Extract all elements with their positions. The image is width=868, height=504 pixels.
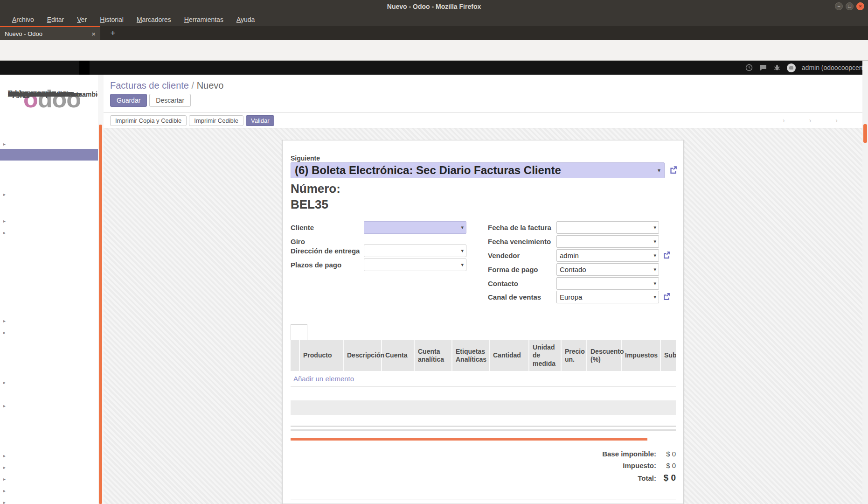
menubar-item[interactable]: Archivo (7, 16, 40, 23)
menubar-item[interactable]: Ayuda (231, 16, 260, 23)
fecha-factura-field[interactable]: ▾ (556, 221, 659, 234)
sidebar-item[interactable]: ▸Contabilidad analítica (0, 472, 98, 484)
menubar-item[interactable]: Herramientas (179, 16, 229, 23)
sidebar-item[interactable]: ▸Facturas de cliente (0, 149, 98, 161)
sidebar-item[interactable]: ▸Aceptar / Rechazar Doc… (0, 276, 98, 287)
odoo-nav-item[interactable] (7, 61, 18, 75)
vendedor-field[interactable]: admin ▾ (556, 249, 659, 262)
print-cedible-button[interactable]: Imprimir Cedible (189, 115, 243, 126)
sidebar-item[interactable]: ▸Subir XML de Envío (0, 238, 98, 249)
odoo-nav-item[interactable] (79, 61, 90, 75)
sidebar-item[interactable]: ▸Informes Financieros (0, 484, 98, 496)
sidebar-item[interactable]: ▸XML Recibidos (0, 287, 98, 299)
odoo-nav-item[interactable] (38, 61, 49, 75)
sequence-select[interactable]: (6) Boleta Electrónica: Sec Diario Factu… (291, 162, 665, 178)
sidebar-item[interactable]: ▸Acciones (0, 326, 98, 337)
sidebar-item[interactable]: ▸Pagos (0, 172, 98, 184)
caret-down-icon: ▾ (653, 266, 659, 273)
state-step[interactable] (777, 117, 803, 124)
messages-icon[interactable] (759, 64, 767, 71)
sidebar-item[interactable]: ▸Documentos (0, 214, 98, 226)
direccion-entrega-field[interactable]: ▾ (364, 245, 466, 257)
user-avatar[interactable] (787, 63, 796, 72)
caret-icon: ▸ (3, 473, 8, 485)
sidebar-scrollbar-thumb[interactable] (99, 125, 102, 504)
sidebar-item[interactable]: ▸Informes (0, 341, 98, 352)
sidebar-item[interactable]: ▸Configuración (0, 414, 98, 426)
notebook-tab[interactable] (323, 324, 339, 340)
close-tab-icon[interactable]: × (91, 30, 96, 38)
odoo-nav-item[interactable] (69, 61, 79, 75)
sidebar-item[interactable]: ▸Datos principales (0, 188, 98, 199)
menubar-item[interactable]: Editar (42, 16, 70, 23)
sidebar-item[interactable]: ▸Compras (0, 203, 98, 214)
canal-ventas-field[interactable]: Europa ▾ (556, 291, 659, 303)
notebook-tab[interactable] (339, 324, 355, 340)
menubar-item[interactable]: Marcadores (131, 16, 177, 23)
odoo-nav-item[interactable] (59, 61, 69, 75)
fecha-vencimiento-field[interactable]: ▾ (556, 235, 659, 248)
notebook-tab[interactable] (355, 324, 371, 340)
sidebar-item[interactable]: ▸Configuraciones DTE (0, 437, 98, 449)
sidebar-item[interactable]: ▸Asesor (0, 302, 98, 314)
sidebar-item[interactable]: ▸Libros Cierre de Mes (0, 364, 98, 376)
breadcrumb-parent-link[interactable]: Facturas de cliente (110, 80, 189, 91)
sidebar-item[interactable]: ▸Asientos contables (0, 314, 98, 326)
add-line-link[interactable]: Añadir un elemento (291, 371, 354, 387)
odoo-nav-item[interactable] (90, 61, 100, 75)
odoo-nav-item[interactable] (49, 61, 59, 75)
odoo-nav-item[interactable] (18, 61, 28, 75)
cliente-field[interactable]: ▾ (364, 221, 466, 234)
sidebar-item[interactable]: ▸Rectificativas de cliente (0, 161, 98, 172)
browser-tab[interactable]: Nuevo - Odoo × (0, 26, 100, 40)
state-step[interactable] (803, 117, 830, 124)
minimize-icon[interactable]: − (835, 2, 843, 10)
save-button[interactable]: Guardar (110, 94, 147, 107)
sidebar-item[interactable]: ▸Recepcionar XML Intercambio (0, 264, 98, 276)
debug-bug-icon[interactable] (773, 64, 781, 71)
new-tab-button[interactable]: + (106, 26, 119, 40)
sidebar-item[interactable]: ▸Informes PDF (0, 399, 98, 411)
sidebar-item[interactable]: ▸P (0, 496, 98, 504)
activity-clock-icon[interactable] (745, 64, 753, 71)
state-step[interactable] (829, 117, 856, 124)
total-label: Impuesto: (291, 462, 656, 469)
menubar-item[interactable]: Historial (94, 16, 129, 23)
notes-placeholder-bar[interactable] (291, 400, 676, 415)
discard-button[interactable]: Descartar (149, 94, 191, 107)
notebook-tab[interactable] (307, 324, 323, 340)
print-copy-cedible-button[interactable]: Imprimir Copia y Cedible (110, 115, 187, 126)
sidebar-item[interactable]: ▸Honorarios (0, 249, 98, 261)
sidebar-item[interactable]: ▸Administración (0, 461, 98, 472)
sidebar-item[interactable]: ▸Libro Honorarios (0, 387, 98, 399)
sidebar-item[interactable]: ▸Contabilidad (0, 449, 98, 461)
notebook-tab[interactable] (291, 324, 307, 340)
browser-toolbar: ← → ↻ ⌂ demos-11.globalresponse.cl/web?d… (0, 40, 868, 61)
close-window-icon[interactable]: × (856, 2, 864, 10)
sidebar-item[interactable]: ▸Administración (0, 376, 98, 387)
canal-ventas-external-link-icon[interactable] (662, 293, 671, 301)
plazos-pago-field[interactable]: ▾ (364, 259, 466, 271)
vendedor-external-link-icon[interactable] (662, 251, 671, 259)
odoo-nav-item[interactable] (100, 61, 110, 75)
table-header-cell: Descripción (344, 340, 382, 371)
validate-button[interactable]: Validar (246, 115, 275, 126)
sequence-external-link-icon[interactable] (669, 166, 677, 174)
sidebar-item[interactable]: ▸Datos principales (0, 226, 98, 238)
sidebar-item[interactable]: ▸Consumo de Folios (0, 352, 98, 364)
sidebar-item[interactable]: ▸Ventas (0, 128, 98, 137)
odoo-nav-item[interactable] (110, 61, 120, 75)
odoo-nav-item[interactable] (28, 61, 38, 75)
forma-pago-field[interactable]: Contado ▾ (556, 263, 659, 276)
odoo-nav-item[interactable] (120, 61, 131, 75)
menubar-item[interactable]: Ver (71, 16, 92, 23)
breadcrumb-current: Nuevo (197, 80, 224, 91)
sidebar-item[interactable]: ▸Documentos (0, 137, 98, 149)
sidebar-item[interactable]: ▸Tablero (0, 119, 98, 128)
maximize-icon[interactable]: □ (846, 2, 854, 10)
sidebar-item[interactable]: ▸Ajustes (0, 426, 98, 437)
caret-down-icon: ▾ (653, 280, 659, 287)
page-scrollbar-thumb[interactable] (863, 124, 867, 143)
user-menu[interactable]: admin (odoocoopcert) (802, 64, 865, 71)
contacto-field[interactable]: ▾ (556, 277, 659, 290)
